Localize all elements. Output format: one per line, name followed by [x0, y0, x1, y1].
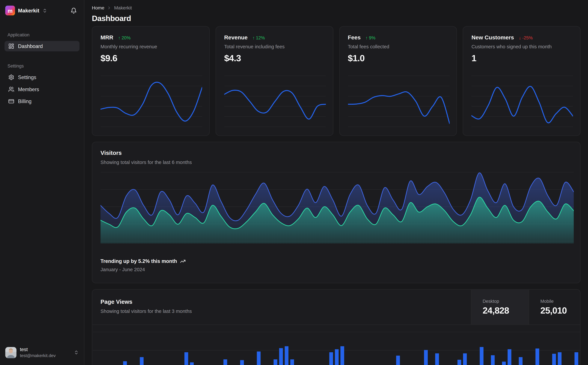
mobile-value: 25,010 [540, 305, 576, 316]
users-icon [8, 86, 14, 92]
stat-value: $1.0 [348, 53, 448, 63]
main-content: Home Makerkit Dashboard MRR ↑20% Monthly… [84, 0, 588, 365]
mobile-label: Mobile [540, 299, 576, 304]
notifications-button[interactable] [68, 5, 79, 16]
settings-gear-icon [8, 74, 14, 80]
sidebar-item-label: Members [18, 86, 39, 92]
sidebar-item-settings[interactable]: Settings [5, 72, 79, 82]
bell-icon [70, 7, 77, 14]
stat-subtitle: Customers who signed up this month [471, 44, 572, 49]
workspace-name: Makerkit [18, 7, 39, 14]
stat-delta-badge: ↑9% [366, 35, 375, 41]
breadcrumb-current: Makerkit [114, 5, 132, 11]
mrr-sparkline-chart [101, 75, 202, 128]
desktop-label: Desktop [483, 299, 525, 304]
chevrons-up-down-icon [74, 350, 79, 355]
sidebar-header: m Makerkit [5, 5, 79, 16]
new-customers-sparkline-chart [471, 75, 573, 128]
layout-dashboard-icon [8, 43, 14, 49]
sidebar: m Makerkit Application Dashboard Setting… [0, 0, 84, 365]
stat-subtitle: Total revenue including fees [224, 44, 325, 49]
workspace-switcher[interactable]: m Makerkit [5, 6, 47, 15]
page-views-subtitle: Showing total visitors for the last 3 mo… [101, 309, 463, 314]
avatar [5, 347, 17, 358]
arrow-up-icon: ↑ [252, 35, 255, 41]
makerkit-dashboard: m Makerkit Application Dashboard Setting… [0, 0, 588, 365]
page-views-header: Page Views Showing total visitors for th… [92, 289, 580, 325]
stat-title: New Customers [471, 34, 514, 41]
stat-value: $9.6 [101, 53, 201, 63]
stat-delta-badge: ↑20% [118, 35, 131, 41]
nav-section-label-application: Application [5, 32, 79, 38]
desktop-toggle[interactable]: Desktop 24,828 [471, 289, 529, 324]
stat-value: 1 [471, 53, 572, 63]
page-views-title: Page Views [101, 299, 463, 305]
sidebar-item-label: Dashboard [18, 43, 43, 49]
stat-value: $4.3 [224, 53, 325, 63]
stat-delta-badge: ↑12% [252, 35, 265, 41]
stat-card-mrr: MRR ↑20% Monthly recurring revenue $9.6 … [92, 26, 209, 136]
sidebar-item-dashboard[interactable]: Dashboard [5, 41, 79, 51]
user-info: test test@makerkit.dev [20, 347, 55, 358]
stat-title: MRR [101, 34, 113, 41]
stat-delta-badge: ↓-25% [519, 35, 533, 41]
visitors-period: January - June 2024 [101, 267, 572, 272]
breadcrumb: Home Makerkit [92, 5, 580, 11]
sidebar-nav: Application Dashboard Settings Settings … [5, 32, 79, 108]
stat-subtitle: Total fees collected [348, 44, 448, 49]
sidebar-item-label: Settings [18, 74, 36, 80]
sidebar-item-label: Billing [18, 98, 32, 104]
page-views-card: Page Views Showing total visitors for th… [92, 289, 580, 365]
visitors-subtitle: Showing total visitors for the last 6 mo… [101, 160, 572, 165]
chevron-right-icon [107, 6, 111, 10]
stat-card-fees: Fees ↑9% Total fees collected $1.0 July … [339, 26, 457, 136]
page-title: Dashboard [92, 14, 580, 23]
mobile-toggle[interactable]: Mobile 25,010 [529, 289, 580, 324]
visitors-card: Visitors Showing total visitors for the … [92, 142, 580, 283]
fees-sparkline-chart [348, 75, 450, 128]
arrow-up-icon: ↑ [118, 35, 121, 41]
breadcrumb-home[interactable]: Home [92, 5, 104, 11]
trending-up-icon [180, 259, 186, 264]
revenue-sparkline-chart [224, 75, 326, 128]
sidebar-item-billing[interactable]: Billing [5, 96, 79, 106]
nav-section-label-settings: Settings [5, 63, 79, 69]
stat-title: Fees [348, 34, 361, 41]
stat-card-revenue: Revenue ↑12% Total revenue including fee… [215, 26, 333, 136]
stat-subtitle: Monthly recurring revenue [101, 44, 201, 49]
stat-cards-row: MRR ↑20% Monthly recurring revenue $9.6 … [92, 26, 580, 136]
visitors-area-chart [101, 170, 574, 243]
user-name: test [20, 347, 55, 353]
arrow-down-icon: ↓ [519, 35, 521, 41]
arrow-up-icon: ↑ [366, 35, 368, 41]
visitors-title: Visitors [101, 150, 572, 156]
page-views-bar-chart [93, 325, 581, 365]
credit-card-icon [8, 98, 14, 104]
stat-title: Revenue [224, 34, 248, 41]
desktop-value: 24,828 [483, 305, 525, 316]
stat-card-new-customers: New Customers ↓-25% Customers who signed… [463, 26, 580, 136]
sidebar-item-members[interactable]: Members [5, 84, 79, 94]
visitors-trend: Trending up by 5.2% this month [101, 259, 572, 264]
user-email: test@makerkit.dev [20, 353, 55, 358]
chevrons-up-down-icon [42, 8, 47, 13]
makerkit-logo-icon: m [5, 6, 15, 15]
user-menu[interactable]: test test@makerkit.dev [5, 346, 79, 359]
